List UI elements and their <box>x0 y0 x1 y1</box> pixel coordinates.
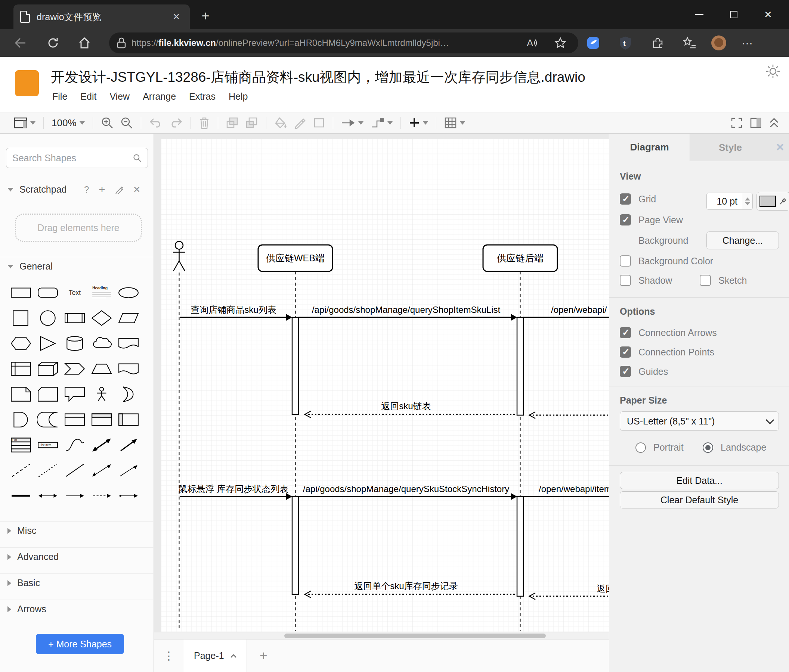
basic-section-header[interactable]: Basic <box>0 573 154 592</box>
grid-checkbox[interactable] <box>620 193 631 205</box>
container-shape[interactable] <box>61 407 88 432</box>
curve-shape[interactable] <box>61 432 88 458</box>
portrait-option[interactable]: Portrait <box>636 442 684 453</box>
step-down-icon[interactable] <box>745 202 750 205</box>
return-2-label[interactable]: 返回单个sku库存同步记录 <box>354 581 458 591</box>
tab-diagram[interactable]: Diagram <box>609 134 690 161</box>
close-button[interactable]: ✕ <box>751 0 785 29</box>
process-shape[interactable] <box>61 306 88 331</box>
arrow-shape[interactable] <box>115 432 142 458</box>
collapse-toolbar-icon[interactable] <box>765 115 783 131</box>
step-shape[interactable] <box>61 356 88 382</box>
shield-extension-icon[interactable]: t <box>615 32 636 53</box>
horizontal-container-shape[interactable] <box>115 407 142 432</box>
web-activation-2[interactable] <box>292 497 299 594</box>
scratchpad-edit-icon[interactable] <box>115 186 123 194</box>
browser-tab[interactable]: drawio文件预览 ✕ <box>13 5 190 29</box>
diagram-canvas[interactable]: 供应链WEB端 供应链后端 <box>154 134 609 639</box>
maximize-button[interactable] <box>717 0 751 29</box>
connection-style-dropdown[interactable] <box>338 115 367 131</box>
menu-arrange[interactable]: Arrange <box>143 91 176 102</box>
document-shape[interactable] <box>115 331 142 356</box>
internal-storage-shape[interactable] <box>8 356 34 382</box>
grid-size-stepper[interactable] <box>742 193 753 210</box>
change-background-button[interactable]: Change... <box>706 231 779 249</box>
heading-shape[interactable]: Heading <box>88 280 115 306</box>
back-icon[interactable] <box>10 32 30 53</box>
refresh-icon[interactable] <box>43 32 64 53</box>
or-shape[interactable] <box>115 382 142 407</box>
cloud-shape[interactable] <box>88 331 115 356</box>
diamond-shape[interactable] <box>88 306 115 331</box>
zoom-in-button[interactable] <box>97 115 117 131</box>
grid-color-button[interactable] <box>757 192 789 210</box>
home-icon[interactable] <box>74 32 95 53</box>
shape-search[interactable] <box>6 148 148 168</box>
misc-section-header[interactable]: Misc <box>0 521 154 540</box>
parallelogram-shape[interactable] <box>115 306 142 331</box>
add-page-button[interactable]: + <box>260 648 267 664</box>
dotted-line-shape[interactable] <box>34 458 61 483</box>
new-tab-button[interactable]: + <box>197 8 214 24</box>
tab-style[interactable]: Style <box>690 134 771 161</box>
panel-close-icon[interactable]: ✕ <box>771 134 789 161</box>
message-2-label[interactable]: /api/goods/shopManage/queryShopItemSkuLi… <box>312 305 501 315</box>
advanced-section-header[interactable]: Advanced <box>0 547 154 566</box>
note-shape[interactable] <box>8 382 34 407</box>
tab-close-icon[interactable]: ✕ <box>169 10 183 24</box>
landscape-option[interactable]: Landscape <box>703 442 766 453</box>
message-5-label[interactable]: /api/goods/shopManage/querySkuStockSyncH… <box>303 484 509 494</box>
cylinder-shape[interactable] <box>61 331 88 356</box>
format-panel-toggle-button[interactable] <box>746 115 765 131</box>
delete-button[interactable] <box>195 115 213 131</box>
more-shapes-button[interactable]: + More Shapes <box>36 634 124 654</box>
message-1-label[interactable]: 查询店铺商品sku列表 <box>190 305 276 315</box>
backend-activation-2[interactable] <box>517 497 523 596</box>
extensions-puzzle-icon[interactable] <box>647 32 668 53</box>
data-storage-shape[interactable] <box>34 407 61 432</box>
line-shape[interactable] <box>61 458 88 483</box>
menu-file[interactable]: File <box>52 91 67 102</box>
list-shape[interactable]: List <box>8 432 34 458</box>
profile-avatar[interactable] <box>711 35 726 50</box>
sketch-checkbox[interactable] <box>700 275 711 286</box>
table-dropdown[interactable] <box>441 115 468 131</box>
callout-shape[interactable] <box>61 382 88 407</box>
circle-shape[interactable] <box>34 306 61 331</box>
theme-toggle-sun-icon[interactable] <box>765 64 781 81</box>
link-arrow-shape[interactable] <box>115 483 142 508</box>
scratchpad-drop-area[interactable]: Drag elements here <box>15 213 142 242</box>
message-4-label[interactable]: 鼠标悬浮 库存同步状态列表 <box>179 484 289 494</box>
horizontal-scrollbar[interactable] <box>154 632 609 639</box>
bidirectional-arrow-shape[interactable] <box>88 432 115 458</box>
dashed-horizontal-arrow-shape[interactable] <box>88 483 115 508</box>
text-shape[interactable]: Text <box>61 280 88 306</box>
zoom-out-button[interactable] <box>117 115 136 131</box>
return-2b-label[interactable]: 返回 <box>597 583 609 594</box>
favorites-icon[interactable] <box>679 32 700 53</box>
tape-shape[interactable] <box>115 356 142 382</box>
message-6-label[interactable]: /open/webapi/item <box>539 484 609 494</box>
search-icon[interactable] <box>133 153 142 163</box>
portrait-radio[interactable] <box>636 443 646 453</box>
backend-activation-1[interactable] <box>517 317 523 415</box>
read-aloud-icon[interactable]: A <box>522 32 543 53</box>
blue-extension-icon[interactable] <box>583 32 604 53</box>
zoom-level-dropdown[interactable]: 100% <box>48 115 88 131</box>
minimize-button[interactable] <box>682 0 717 29</box>
scrollbar-thumb[interactable] <box>284 634 546 638</box>
ellipse-shape[interactable] <box>115 280 142 306</box>
step-up-icon[interactable] <box>745 197 750 201</box>
to-front-button[interactable] <box>223 115 242 131</box>
directional-connector-shape[interactable] <box>115 458 142 483</box>
menu-extras[interactable]: Extras <box>189 91 216 102</box>
fullscreen-button[interactable] <box>727 115 746 131</box>
rounded-rectangle-shape[interactable] <box>34 280 61 306</box>
line-color-button[interactable] <box>290 115 310 131</box>
menu-view[interactable]: View <box>109 91 129 102</box>
actor-shape[interactable] <box>88 382 115 407</box>
settings-menu-icon[interactable]: ⋯ <box>738 32 759 53</box>
menu-edit[interactable]: Edit <box>80 91 96 102</box>
vertical-container-shape[interactable] <box>88 407 115 432</box>
cube-shape[interactable] <box>34 356 61 382</box>
